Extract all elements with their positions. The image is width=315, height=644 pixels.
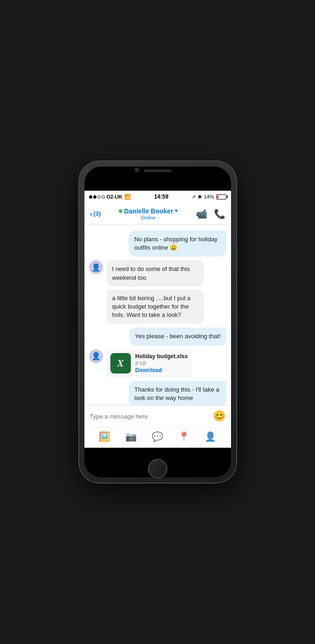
file-size-text: 8 KB xyxy=(135,361,188,366)
message-bubble-4: Yes please - been avoiding that! xyxy=(129,328,226,345)
speaker-grill xyxy=(144,169,172,172)
wifi-icon: 📶 xyxy=(124,194,131,200)
message-text-4: Yes please - been avoiding that! xyxy=(135,333,221,340)
message-row-4: Yes please - been avoiding that! xyxy=(89,328,226,345)
chat-area: No plans - shopping for holiday outfits … xyxy=(84,225,231,405)
back-count-badge: (3) xyxy=(94,210,101,217)
location-pin-icon[interactable]: 📍 xyxy=(178,431,190,442)
navigation-bar: ‹ (3) Danielle Booker ▾ Online 📹 📞 xyxy=(84,203,231,225)
home-button[interactable] xyxy=(148,459,167,478)
contact-name-header: Danielle Booker ▾ xyxy=(119,207,178,215)
message-bubble-3: a little bit boring … but I put a quick … xyxy=(107,290,204,324)
status-bar: O2-UK 📶 14:59 ↗ ✱ 14% xyxy=(84,191,231,203)
message-row-2: 👤 I need to do some of that this weekend… xyxy=(89,260,226,324)
message-row-5: 👤 X Holiday budget.xlsx 8 KB Download xyxy=(89,349,226,377)
video-call-icon[interactable]: 📹 xyxy=(196,208,207,219)
contact-name-text: Danielle Booker xyxy=(124,207,174,215)
signal-dot-1 xyxy=(89,195,92,199)
status-left: O2-UK 📶 xyxy=(89,194,131,200)
location-icon: ↗ xyxy=(192,194,196,200)
status-time: 14:59 xyxy=(154,193,168,200)
message-text-3: a little bit boring … but I put a quick … xyxy=(112,295,191,318)
signal-dot-4 xyxy=(102,195,105,199)
camera-icon[interactable]: 📷 xyxy=(125,431,137,442)
input-area: 😊 🖼️ 📷 💬 📍 👤 xyxy=(84,405,231,448)
signal-dot-2 xyxy=(93,195,96,199)
message-input[interactable] xyxy=(90,413,209,420)
nav-center: Danielle Booker ▾ Online xyxy=(101,207,195,220)
phone-frame: O2-UK 📶 14:59 ↗ ✱ 14% ‹ (3) xyxy=(79,161,237,483)
signal-dots xyxy=(89,195,105,199)
phone-call-icon[interactable]: 📞 xyxy=(214,208,225,219)
toolbar-row: 🖼️ 📷 💬 📍 👤 xyxy=(84,427,231,448)
status-right: ↗ ✱ 14% xyxy=(192,194,226,200)
screen-content: O2-UK 📶 14:59 ↗ ✱ 14% ‹ (3) xyxy=(84,191,231,448)
message-text-1: No plans - shopping for holiday outfits … xyxy=(135,236,218,251)
gallery-icon[interactable]: 🖼️ xyxy=(99,431,110,442)
message-text-6: Thanks for doing this - I'll take a look… xyxy=(135,386,219,401)
online-status-dot xyxy=(119,209,122,213)
avatar-danielle-2: 👤 xyxy=(89,349,103,363)
battery-percent: 14% xyxy=(204,194,214,200)
excel-x-symbol: X xyxy=(117,357,124,369)
avatar-danielle: 👤 xyxy=(89,260,103,274)
message-text-2: I need to do some of that this weekend t… xyxy=(112,265,190,281)
front-camera xyxy=(135,167,139,172)
file-info: Holiday budget.xlsx 8 KB Download xyxy=(135,353,188,374)
message-row-1: No plans - shopping for holiday outfits … xyxy=(89,231,226,257)
signal-dot-3 xyxy=(97,195,101,199)
bluetooth-icon: ✱ xyxy=(198,194,202,200)
input-row: 😊 xyxy=(84,406,231,427)
battery-fill xyxy=(217,195,219,199)
battery-indicator xyxy=(216,194,226,200)
file-name-text: Holiday budget.xlsx xyxy=(135,353,188,360)
phone-screen: O2-UK 📶 14:59 ↗ ✱ 14% ‹ (3) xyxy=(84,167,231,477)
emoji-button[interactable]: 😊 xyxy=(213,410,225,422)
message-group-received: I need to do some of that this weekend t… xyxy=(107,260,204,324)
message-row-6: Thanks for doing this - I'll take a look… xyxy=(89,381,226,406)
back-button[interactable]: ‹ (3) xyxy=(90,210,101,218)
file-attachment: X Holiday budget.xlsx 8 KB Download xyxy=(107,349,192,377)
dropdown-arrow-icon[interactable]: ▾ xyxy=(175,208,178,214)
nav-actions: 📹 📞 xyxy=(196,208,225,219)
message-bubble-2: I need to do some of that this weekend t… xyxy=(107,260,204,286)
carrier-label: O2-UK xyxy=(107,194,122,200)
file-download-button[interactable]: Download xyxy=(135,367,188,374)
message-bubble-6: Thanks for doing this - I'll take a look… xyxy=(129,381,226,406)
message-bubble-1: No plans - shopping for holiday outfits … xyxy=(129,231,226,257)
excel-file-icon: X xyxy=(110,353,131,374)
contact-status-text: Online xyxy=(141,215,156,220)
back-chevron-icon: ‹ xyxy=(90,210,93,218)
contact-icon[interactable]: 👤 xyxy=(205,431,216,442)
message-icon[interactable]: 💬 xyxy=(152,431,163,442)
